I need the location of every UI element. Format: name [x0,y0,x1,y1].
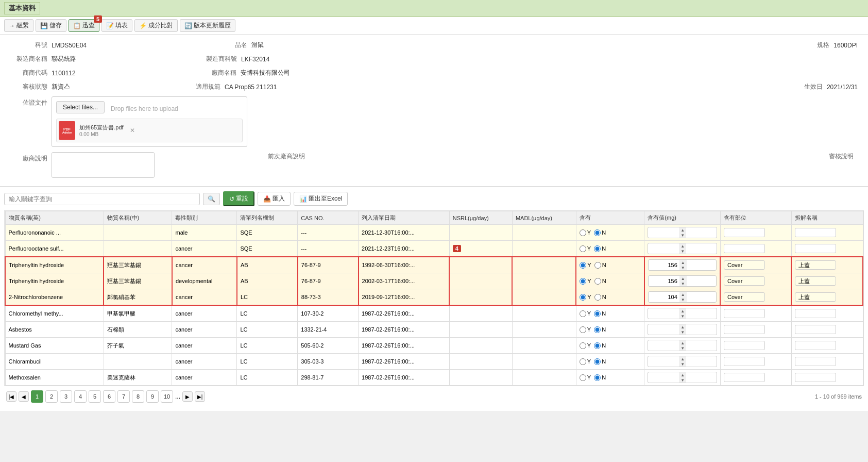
part-input[interactable] [795,260,836,270]
page-btn-8[interactable]: 8 [132,390,144,403]
cell-value[interactable]: ▲▼ [644,225,720,241]
value-input[interactable] [649,261,679,269]
cell-unit[interactable] [720,305,791,322]
page-btn-1[interactable]: 1 [31,390,43,403]
part-input[interactable] [795,357,836,366]
value-input[interactable] [649,293,679,301]
radio-contain-y[interactable] [580,278,586,285]
spinner-up[interactable]: ▲ [679,292,687,297]
import-button[interactable]: 📥 匯入 [258,192,291,206]
cell-value[interactable]: ▲▼ [644,305,720,322]
cell-value[interactable]: ▲▼ [644,289,720,306]
radio-contain-n[interactable] [594,374,601,381]
cell-contain[interactable]: YN [576,273,644,289]
radio-contain-y[interactable] [580,374,586,381]
cell-contain[interactable]: YN [576,241,644,257]
cell-contain[interactable]: YN [576,338,644,354]
spinner-up[interactable]: ▲ [679,243,686,249]
btn-save[interactable]: 💾 儲存 [36,19,66,32]
page-btn-6[interactable]: 6 [103,390,115,403]
value-input[interactable] [648,373,679,382]
excel-export-button[interactable]: 📊 匯出至Excel [294,192,348,206]
spinner-down[interactable]: ▼ [679,314,686,319]
part-input[interactable] [795,228,836,237]
btn-history[interactable]: 🔄 版本更新履歷 [180,19,235,32]
cell-value[interactable]: ▲▼ [644,257,720,273]
page-btn-4[interactable]: 4 [74,390,87,403]
cell-unit[interactable] [720,225,791,241]
unit-input[interactable] [724,341,765,350]
unit-input[interactable] [724,228,765,237]
cell-unit[interactable] [720,273,791,289]
cell-part[interactable] [791,370,863,386]
spinner-down[interactable]: ▼ [679,329,686,335]
radio-contain-n[interactable] [594,262,601,269]
btn-fill[interactable]: 📝 填表 [101,19,132,32]
cell-part[interactable] [791,354,863,370]
cell-part[interactable] [791,338,863,354]
page-first-btn[interactable]: |◀ [6,391,16,402]
unit-input[interactable] [724,244,765,253]
page-btn-5[interactable]: 5 [89,390,101,403]
cell-contain[interactable]: YN [576,354,644,370]
unit-input[interactable] [724,309,765,318]
radio-contain-y[interactable] [580,358,586,365]
cell-unit[interactable] [720,338,791,354]
spinner-up[interactable]: ▲ [679,227,686,233]
part-input[interactable] [795,276,836,286]
unit-input[interactable] [724,260,765,270]
radio-contain-y[interactable] [580,294,586,301]
cell-contain[interactable]: YN [576,305,644,322]
spinner-down[interactable]: ▼ [679,281,687,286]
value-input[interactable] [648,341,679,350]
radio-contain-y[interactable] [580,342,586,349]
radio-contain-n[interactable] [594,342,601,349]
cell-contain[interactable]: YN [576,289,644,306]
spinner-up[interactable]: ▲ [679,372,686,377]
part-input[interactable] [795,309,836,318]
cell-part[interactable] [791,241,863,257]
value-input[interactable] [648,228,679,237]
search-icon-btn[interactable]: 🔍 [203,193,220,205]
cell-part[interactable] [791,257,863,273]
cell-unit[interactable] [720,354,791,370]
page-btn-7[interactable]: 7 [117,390,130,403]
cell-contain[interactable]: YN [576,370,644,386]
cell-unit[interactable] [720,322,791,338]
radio-contain-n[interactable] [594,245,601,252]
cell-contain[interactable]: YN [576,257,644,273]
cell-part[interactable] [791,225,863,241]
btn-link[interactable]: → 融繫 [4,19,33,32]
value-input[interactable] [648,309,679,318]
part-input[interactable] [795,325,836,334]
cell-unit[interactable] [720,289,791,306]
radio-contain-y[interactable] [580,245,586,252]
radio-contain-n[interactable] [594,326,601,333]
page-next-btn[interactable]: ▶ [182,391,193,402]
value-input[interactable] [648,325,679,334]
radio-contain-y[interactable] [580,262,586,269]
reset-button[interactable]: ↺ 重設 [223,191,254,206]
spinner-down[interactable]: ▼ [679,377,686,383]
value-input[interactable] [649,277,679,285]
spinner-down[interactable]: ▼ [679,249,686,254]
radio-contain-n[interactable] [594,310,601,317]
spinner-up[interactable]: ▲ [679,324,686,329]
cell-value[interactable]: ▲▼ [644,370,720,386]
search-input[interactable] [4,193,200,205]
cell-unit[interactable] [720,370,791,386]
cell-unit[interactable] [720,257,791,273]
unit-input[interactable] [724,276,765,286]
file-remove-button[interactable]: ✕ [130,127,135,134]
unit-input[interactable] [724,292,765,302]
part-input[interactable] [795,244,836,253]
select-files-button[interactable]: Select files... [56,101,105,113]
cell-contain[interactable]: YN [576,225,644,241]
part-input[interactable] [795,373,836,382]
radio-contain-y[interactable] [580,229,586,236]
cell-value[interactable]: ▲▼ [644,338,720,354]
cell-part[interactable] [791,289,863,306]
spinner-up[interactable]: ▲ [679,308,686,314]
value-input[interactable] [648,357,679,366]
spinner-down[interactable]: ▼ [679,265,687,270]
